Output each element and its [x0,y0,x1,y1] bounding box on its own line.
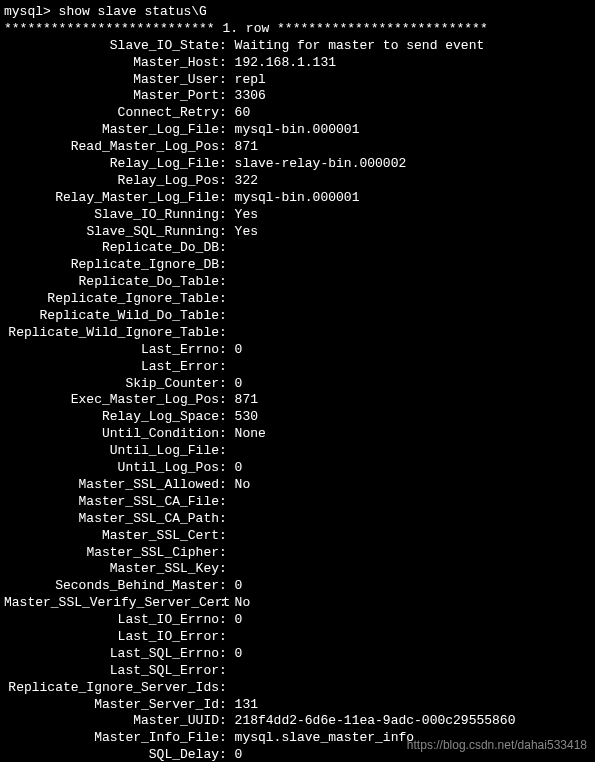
field-colon: : [219,342,235,359]
field-colon: : [219,392,235,409]
field-row: Master_SSL_Cipher: [4,545,591,562]
field-row: Last_SQL_Error: [4,663,591,680]
field-row: Master_SSL_Verify_Server_Cert: No [4,595,591,612]
field-colon: : [219,72,235,89]
field-key: Slave_SQL_Running [4,224,219,241]
field-value: None [235,426,266,443]
field-colon: : [219,139,235,156]
field-colon: : [219,55,235,72]
field-row: Master_SSL_Key: [4,561,591,578]
field-colon: : [219,460,235,477]
field-key: Master_Info_File [4,730,219,747]
field-colon: : [219,747,235,762]
field-row: Replicate_Ignore_Server_Ids: [4,680,591,697]
field-colon: : [219,629,235,646]
field-key: Slave_IO_State [4,38,219,55]
field-colon: : [219,528,235,545]
field-row: Slave_SQL_Running: Yes [4,224,591,241]
field-value: mysql-bin.000001 [235,122,360,139]
field-row: Master_SSL_CA_File: [4,494,591,511]
field-value: No [235,477,251,494]
field-key: Slave_IO_Running [4,207,219,224]
field-row: Master_Port: 3306 [4,88,591,105]
field-row: Slave_IO_Running: Yes [4,207,591,224]
field-row: Relay_Master_Log_File: mysql-bin.000001 [4,190,591,207]
field-row: Master_Log_File: mysql-bin.000001 [4,122,591,139]
field-value: Yes [235,224,258,241]
field-value: 0 [235,460,243,477]
field-row: Replicate_Wild_Ignore_Table: [4,325,591,342]
field-key: Master_UUID [4,713,219,730]
field-value: 218f4dd2-6d6e-11ea-9adc-000c29555860 [235,713,516,730]
field-row: Until_Log_File: [4,443,591,460]
field-key: Seconds_Behind_Master [4,578,219,595]
field-value: 192.168.1.131 [235,55,336,72]
field-row: Skip_Counter: 0 [4,376,591,393]
field-value: 131 [235,697,258,714]
field-colon: : [219,680,235,697]
field-key: Until_Log_File [4,443,219,460]
field-key: Connect_Retry [4,105,219,122]
field-row: Exec_Master_Log_Pos: 871 [4,392,591,409]
field-row: Replicate_Do_Table: [4,274,591,291]
field-colon: : [219,156,235,173]
field-key: Relay_Master_Log_File [4,190,219,207]
field-colon: : [219,308,235,325]
field-colon: : [219,122,235,139]
field-key: Master_Host [4,55,219,72]
field-colon: : [219,38,235,55]
field-row: Slave_IO_State: Waiting for master to se… [4,38,591,55]
field-key: Replicate_Ignore_Server_Ids [4,680,219,697]
field-value: 871 [235,392,258,409]
field-colon: : [219,578,235,595]
field-key: Master_SSL_CA_File [4,494,219,511]
field-value: Yes [235,207,258,224]
field-key: SQL_Delay [4,747,219,762]
field-value: repl [235,72,266,89]
field-key: Replicate_Do_Table [4,274,219,291]
field-colon: : [219,105,235,122]
field-value: 0 [235,646,243,663]
field-colon: : [219,713,235,730]
field-value: 0 [235,578,243,595]
field-colon: : [219,207,235,224]
field-key: Skip_Counter [4,376,219,393]
field-row: Last_SQL_Errno: 0 [4,646,591,663]
field-row: Until_Condition: None [4,426,591,443]
field-key: Until_Condition [4,426,219,443]
field-key: Last_Error [4,359,219,376]
field-colon: : [219,612,235,629]
field-colon: : [219,325,235,342]
field-key: Master_SSL_Allowed [4,477,219,494]
field-key: Master_Log_File [4,122,219,139]
field-row: Master_User: repl [4,72,591,89]
field-colon: : [219,88,235,105]
field-value: 530 [235,409,258,426]
field-row: Last_Error: [4,359,591,376]
field-row: Until_Log_Pos: 0 [4,460,591,477]
field-row: Last_IO_Error: [4,629,591,646]
field-key: Master_Server_Id [4,697,219,714]
field-row: Master_SSL_Allowed: No [4,477,591,494]
field-key: Last_IO_Errno [4,612,219,629]
field-row: Master_Host: 192.168.1.131 [4,55,591,72]
field-value: 322 [235,173,258,190]
field-row: Master_SSL_Cert: [4,528,591,545]
field-value: mysql.slave_master_info [235,730,414,747]
field-key: Replicate_Ignore_DB [4,257,219,274]
field-colon: : [219,477,235,494]
field-value: 0 [235,376,243,393]
field-row: Relay_Log_Space: 530 [4,409,591,426]
field-colon: : [219,240,235,257]
field-value: 3306 [235,88,266,105]
field-colon: : [219,376,235,393]
field-key: Master_SSL_CA_Path [4,511,219,528]
field-key: Replicate_Wild_Ignore_Table [4,325,219,342]
field-colon: : [219,291,235,308]
field-key: Last_IO_Error [4,629,219,646]
field-value: 0 [235,747,243,762]
field-colon: : [219,663,235,680]
field-key: Replicate_Do_DB [4,240,219,257]
field-colon: : [219,494,235,511]
field-key: Relay_Log_File [4,156,219,173]
